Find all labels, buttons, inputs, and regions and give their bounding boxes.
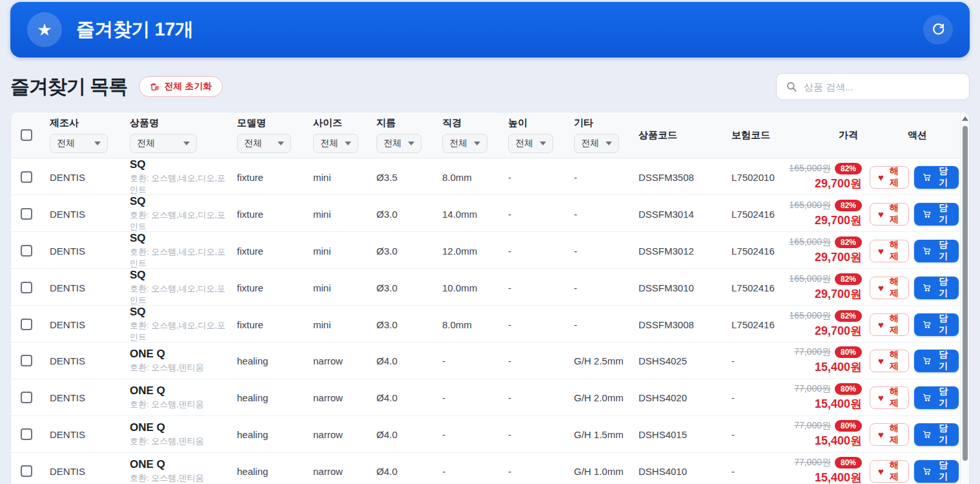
add-label: 담기 (936, 349, 950, 372)
etc-cell: G/H 1.0mm (566, 466, 631, 477)
row-checkbox[interactable] (21, 245, 32, 257)
remove-favorite-button[interactable]: ♥ 해제 (870, 460, 909, 483)
remove-favorite-button[interactable]: ♥ 해제 (870, 386, 909, 409)
remove-favorite-button[interactable]: ♥ 해제 (870, 240, 909, 262)
diameter-filter-dropdown[interactable]: 전체 (376, 134, 422, 153)
row-checkbox[interactable] (21, 428, 32, 440)
sale-price: 29,700원 (791, 323, 862, 339)
discount-badge: 80% (835, 457, 862, 468)
height-cell: - (500, 209, 566, 220)
search-input[interactable] (804, 81, 960, 92)
table-row: DENTIS ONE Q 호환: 오스템,덴티움 healing narrow … (11, 379, 969, 416)
row-checkbox[interactable] (21, 319, 32, 330)
actions-cell: ♥ 해제 담기 (867, 240, 969, 262)
diameter2-cell: - (434, 355, 500, 366)
price-cell: 165,000원 82% 29,700원 (783, 163, 867, 191)
product-code-cell: DSSFM3010 (631, 282, 724, 293)
remove-favorite-button[interactable]: ♥ 해제 (870, 203, 909, 226)
add-to-cart-button[interactable]: 담기 (914, 277, 959, 299)
table-body: DENTIS SQ 호환: 오스템,네오,디오,포인트 fixture mini… (11, 158, 969, 484)
add-to-cart-button[interactable]: 담기 (914, 460, 959, 483)
remove-favorite-button[interactable]: ♥ 해제 (870, 277, 909, 299)
remove-label: 해제 (888, 459, 901, 483)
height-filter-dropdown[interactable]: 전체 (508, 134, 553, 153)
row-checkbox[interactable] (21, 355, 32, 366)
manufacturer-filter-dropdown[interactable]: 전체 (50, 134, 108, 153)
model-filter-dropdown[interactable]: 전체 (237, 134, 291, 153)
chevron-down-icon (474, 142, 480, 145)
row-checkbox[interactable] (21, 171, 32, 183)
model-cell: healing (229, 355, 305, 366)
add-to-cart-button[interactable]: 담기 (914, 386, 959, 409)
cart-icon (923, 429, 932, 439)
refresh-icon (931, 23, 945, 37)
price-cell: 165,000원 82% 29,700원 (783, 200, 867, 228)
cart-icon (923, 282, 932, 293)
search-box[interactable] (776, 73, 970, 100)
vertical-scrollbar[interactable] (960, 112, 969, 484)
remove-favorite-button[interactable]: ♥ 해제 (870, 423, 909, 446)
row-checkbox[interactable] (21, 465, 32, 477)
remove-favorite-button[interactable]: ♥ 해제 (870, 313, 909, 336)
insurance-code-cell: L7502416 (724, 209, 783, 220)
refresh-button[interactable] (923, 15, 953, 45)
page-title: 즐겨찾기 17개 (76, 17, 193, 43)
etc-cell: G/H 1.5mm (566, 429, 631, 440)
product-name-filter-dropdown[interactable]: 전체 (130, 134, 197, 153)
scrollbar-thumb[interactable] (963, 126, 968, 461)
original-price: 165,000원 (789, 310, 831, 322)
sale-price: 15,400원 (791, 433, 862, 448)
size-cell: narrow (305, 466, 369, 477)
scroll-up-icon[interactable] (962, 116, 968, 121)
star-icon: ★ (27, 12, 62, 47)
remove-label: 해제 (888, 202, 901, 226)
product-code-cell: DSSFM3508 (631, 172, 724, 183)
actions-cell: ♥ 해제 담기 (867, 166, 969, 189)
row-checkbox[interactable] (21, 208, 32, 220)
model-cell: fixture (229, 246, 305, 257)
row-checkbox[interactable] (21, 282, 32, 293)
manufacturer-cell: DENTIS (42, 282, 122, 293)
discount-badge: 80% (835, 420, 862, 432)
etc-filter-dropdown[interactable]: 전체 (574, 134, 619, 153)
price-cell: 77,000원 80% 15,400원 (783, 383, 867, 412)
product-name-cell: SQ 호환: 오스템,네오,디오,포인트 (122, 232, 229, 269)
product-name-cell: SQ 호환: 오스템,네오,디오,포인트 (122, 195, 229, 233)
remove-label: 해제 (888, 165, 901, 189)
add-to-cart-button[interactable]: 담기 (914, 423, 959, 446)
remove-favorite-button[interactable]: ♥ 해제 (870, 166, 909, 189)
heart-icon: ♥ (878, 282, 884, 293)
add-to-cart-button[interactable]: 담기 (914, 350, 959, 372)
product-code-cell: DSSFM3012 (631, 246, 724, 257)
remove-favorite-button[interactable]: ♥ 해제 (870, 350, 909, 372)
actions-cell: ♥ 해제 담기 (867, 386, 969, 409)
diameter-cell: Ø4.0 (369, 466, 434, 477)
product-name-cell: ONE Q 호환: 오스템,덴티움 (122, 348, 229, 374)
insurance-code-cell: - (724, 355, 783, 366)
add-to-cart-button[interactable]: 담기 (914, 240, 959, 262)
heart-icon: ♥ (878, 355, 884, 366)
add-to-cart-button[interactable]: 담기 (914, 313, 959, 336)
reset-all-button[interactable]: 전체 초기화 (139, 76, 223, 97)
diameter-cell: Ø3.0 (369, 319, 434, 330)
heart-icon: ♥ (878, 429, 884, 440)
diameter2-filter-dropdown[interactable]: 전체 (442, 134, 487, 153)
add-to-cart-button[interactable]: 담기 (914, 166, 959, 189)
manufacturer-cell: DENTIS (42, 172, 122, 183)
product-compatibility: 호환: 오스템,네오,디오,포인트 (130, 246, 229, 269)
diameter-cell: Ø3.0 (369, 209, 434, 220)
size-filter-dropdown[interactable]: 전체 (313, 134, 358, 153)
manufacturer-cell: DENTIS (42, 392, 122, 403)
product-code-cell: DSHS4010 (631, 466, 724, 477)
row-checkbox[interactable] (21, 392, 32, 403)
product-code-cell: DSHS4015 (631, 429, 724, 440)
diameter-cell: Ø3.0 (369, 282, 434, 293)
original-price: 77,000원 (794, 457, 831, 468)
size-cell: narrow (305, 429, 369, 440)
select-all-checkbox[interactable] (21, 129, 32, 141)
table-row: DENTIS ONE Q 호환: 오스템,덴티움 healing narrow … (11, 342, 969, 379)
cart-icon (923, 246, 932, 256)
add-to-cart-button[interactable]: 담기 (914, 203, 959, 226)
sale-price: 29,700원 (791, 249, 862, 265)
table-row: DENTIS ONE Q 호환: 오스템,덴티움 healing narrow … (11, 416, 969, 453)
